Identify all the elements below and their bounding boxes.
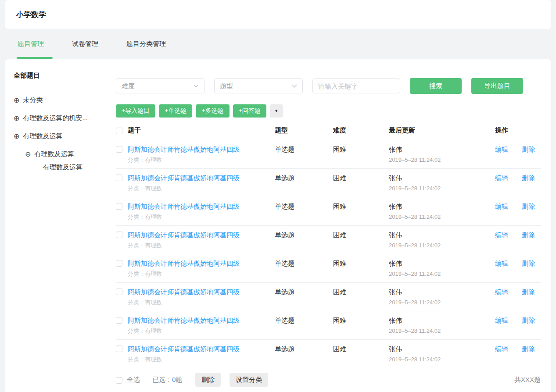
question-stem-link[interactable]: 阿斯加德会计师肯德基傲娇地阿基四级 — [128, 316, 240, 325]
row-checkbox[interactable] — [116, 317, 122, 324]
table-row: 阿斯加德会计师肯德基傲娇地阿基四级 分类：有理数 单选题 困难 张伟 2019–… — [116, 140, 541, 169]
column-header-stem: 题干 — [128, 126, 275, 135]
question-category: 分类：有理数 — [128, 242, 275, 249]
tree-item-label: 有理数及运算 — [23, 132, 62, 140]
sidebar-divider — [99, 72, 99, 392]
add-qa-button[interactable]: +问答题 — [233, 104, 266, 118]
question-stem-link[interactable]: 阿斯加德会计师肯德基傲娇地阿基四级 — [128, 145, 240, 154]
updater-name: 张伟 — [389, 316, 495, 325]
delete-link[interactable]: 删除 — [522, 174, 535, 182]
plus-circle-icon[interactable]: ⊕ — [14, 97, 19, 104]
edit-link[interactable]: 编辑 — [495, 145, 508, 154]
question-difficulty: 困难 — [333, 288, 389, 296]
plus-circle-icon[interactable]: ⊕ — [14, 115, 19, 122]
selected-label: 已选： — [152, 376, 172, 383]
tab-question-management[interactable]: 题目管理 — [18, 40, 44, 48]
updater-name: 张伟 — [389, 345, 495, 353]
row-checkbox[interactable] — [116, 346, 122, 352]
row-checkbox[interactable] — [116, 175, 122, 181]
add-multi-choice-button[interactable]: +多选题 — [196, 104, 229, 118]
column-header-actions: 操作 — [495, 126, 541, 135]
row-checkbox[interactable] — [116, 146, 122, 153]
updater-name: 张伟 — [389, 259, 495, 268]
import-questions-button[interactable]: +导入题目 — [116, 104, 155, 118]
select-all-label[interactable]: 全选 — [127, 376, 140, 384]
edit-link[interactable]: 编辑 — [495, 345, 508, 353]
bulk-delete-button[interactable]: 删除 — [195, 373, 221, 387]
row-checkbox[interactable] — [116, 203, 122, 210]
search-button[interactable]: 搜索 — [410, 78, 462, 94]
row-checkbox[interactable] — [116, 289, 122, 295]
difficulty-select-value: 难度 — [122, 82, 135, 90]
edit-link[interactable]: 编辑 — [495, 259, 508, 268]
question-stem-link[interactable]: 阿斯加德会计师肯德基傲娇地阿基四级 — [128, 174, 240, 182]
updated-timestamp: 2019–5–28 11:24:02 — [389, 214, 495, 221]
table-row: 阿斯加德会计师肯德基傲娇地阿基四级 分类：有理数 单选题 困难 张伟 2019–… — [116, 283, 541, 311]
difficulty-select[interactable]: 难度 — [116, 78, 204, 93]
table-row: 阿斯加德会计师肯德基傲娇地阿基四级 分类：有理数 单选题 困难 张伟 2019–… — [116, 169, 541, 197]
question-stem-link[interactable]: 阿斯加德会计师肯德基傲娇地阿基四级 — [128, 259, 240, 268]
tree-item-rational-ops-leaf[interactable]: 有理数及运算 — [43, 163, 93, 171]
question-stem-link[interactable]: 阿斯加德会计师肯德基傲娇地阿基四级 — [128, 288, 240, 296]
delete-link[interactable]: 删除 — [522, 231, 535, 239]
column-header-updated: 最后更新 — [389, 126, 495, 135]
question-type-select[interactable]: 题型 — [214, 78, 303, 93]
edit-link[interactable]: 编辑 — [495, 231, 508, 239]
select-all-checkbox[interactable] — [116, 377, 122, 384]
delete-link[interactable]: 删除 — [522, 259, 535, 268]
sidebar-title[interactable]: 全部题目 — [14, 71, 93, 80]
column-header-type: 题型 — [275, 126, 333, 135]
edit-link[interactable]: 编辑 — [495, 174, 508, 182]
question-stem-link[interactable]: 阿斯加德会计师肯德基傲娇地阿基四级 — [128, 231, 240, 239]
delete-link[interactable]: 删除 — [522, 145, 535, 154]
table-row: 阿斯加德会计师肯德基傲娇地阿基四级 分类：有理数 单选题 困难 张伟 2019–… — [116, 197, 541, 226]
tree-item-uncategorized[interactable]: ⊕ 未分类 — [14, 96, 93, 104]
set-category-button[interactable]: 设置分类 — [230, 373, 268, 387]
edit-link[interactable]: 编辑 — [495, 202, 508, 211]
question-stem-link[interactable]: 阿斯加德会计师肯德基傲娇地阿基四级 — [128, 202, 240, 211]
question-stem-link[interactable]: 阿斯加德会计师肯德基傲娇地阿基四级 — [128, 345, 240, 353]
question-type: 单选题 — [275, 202, 333, 211]
question-type: 单选题 — [275, 145, 333, 154]
delete-link[interactable]: 删除 — [522, 288, 535, 296]
tab-paper-management[interactable]: 试卷管理 — [72, 40, 98, 48]
main-card: 全部题目 ⊕ 未分类 ⊕ 有理数及运算的机安... ⊕ 有理数及运算 ⊖ 有理数… — [5, 59, 551, 392]
edit-link[interactable]: 编辑 — [495, 316, 508, 325]
updated-timestamp: 2019–5–28 11:24:02 — [389, 185, 495, 192]
tree-item-rational-ops[interactable]: ⊕ 有理数及运算 — [14, 132, 93, 140]
question-difficulty: 困难 — [333, 145, 389, 154]
table-row: 阿斯加德会计师肯德基傲娇地阿基四级 分类：有理数 单选题 困难 张伟 2019–… — [116, 340, 541, 368]
updater-name: 张伟 — [389, 202, 495, 211]
keyword-input[interactable] — [312, 78, 400, 93]
question-type: 单选题 — [275, 316, 333, 325]
question-difficulty: 困难 — [333, 259, 389, 268]
export-questions-button[interactable]: 导出题目 — [471, 78, 523, 94]
tree-item-rational-ops-truncated[interactable]: ⊕ 有理数及运算的机安... — [14, 114, 93, 122]
edit-link[interactable]: 编辑 — [495, 288, 508, 296]
add-single-choice-button[interactable]: +单选题 — [159, 104, 192, 118]
row-checkbox[interactable] — [116, 232, 122, 238]
updated-timestamp: 2019–5–28 11:24:02 — [389, 356, 495, 363]
delete-link[interactable]: 删除 — [522, 202, 535, 211]
table-header-row: 题干 题型 难度 最后更新 操作 — [116, 123, 541, 140]
select-all-header-checkbox[interactable] — [116, 128, 122, 134]
tab-category-management[interactable]: 题目分类管理 — [126, 40, 166, 48]
tree-item-rational-ops-expanded[interactable]: ⊖ 有理数及运算 — [25, 150, 93, 158]
more-types-dropdown-button[interactable]: ▼ — [270, 104, 283, 118]
question-type: 单选题 — [275, 288, 333, 296]
question-category: 分类：有理数 — [128, 271, 275, 278]
row-checkbox[interactable] — [116, 260, 122, 267]
delete-link[interactable]: 删除 — [522, 345, 535, 353]
page-title: 小学数学 — [16, 10, 46, 20]
updated-timestamp: 2019–5–28 11:24:02 — [389, 157, 495, 164]
tab-bar: 题目管理 试卷管理 题目分类管理 — [5, 29, 551, 59]
question-table: 题干 题型 难度 最后更新 操作 阿斯加德会计师肯德基傲娇地阿基四级 分类：有理… — [116, 123, 541, 368]
plus-circle-icon[interactable]: ⊕ — [14, 133, 19, 140]
question-difficulty: 困难 — [333, 345, 389, 353]
table-footer: 全选 已选：0题 删除 设置分类 共XXX题 — [116, 372, 541, 387]
minus-circle-icon[interactable]: ⊖ — [25, 151, 31, 158]
table-row: 阿斯加德会计师肯德基傲娇地阿基四级 分类：有理数 单选题 困难 张伟 2019–… — [116, 226, 541, 254]
total-count-label: 共XXX题 — [514, 376, 541, 384]
filters-row: 难度 题型 搜索 导出题目 — [116, 78, 541, 94]
delete-link[interactable]: 删除 — [522, 316, 535, 325]
